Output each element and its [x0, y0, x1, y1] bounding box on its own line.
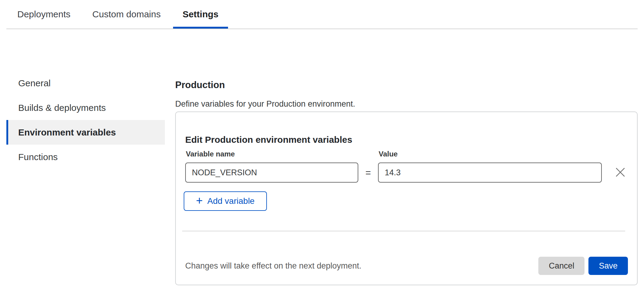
variable-value-input[interactable] — [378, 163, 602, 183]
variable-row: Variable name = Value — [185, 150, 626, 183]
card-footer: Changes will take effect on the next dep… — [185, 257, 628, 275]
sidebar-item-environment-variables[interactable]: Environment variables — [6, 120, 165, 145]
add-variable-label: Add variable — [207, 196, 255, 206]
plus-icon: + — [196, 195, 203, 206]
settings-page: Deployments Custom domains Settings Gene… — [0, 0, 644, 288]
sidebar-item-builds-deployments[interactable]: Builds & deployments — [6, 95, 165, 120]
tab-bar: Deployments Custom domains Settings — [6, 0, 638, 29]
add-variable-button[interactable]: + Add variable — [184, 191, 267, 211]
environment-variables-card: Edit Production environment variables Va… — [175, 111, 638, 285]
tab-settings[interactable]: Settings — [173, 0, 228, 29]
close-icon — [615, 166, 626, 178]
footer-note: Changes will take effect on the next dep… — [185, 261, 538, 271]
save-button[interactable]: Save — [588, 257, 628, 275]
value-label: Value — [379, 150, 602, 158]
tab-custom-domains[interactable]: Custom domains — [83, 0, 170, 29]
section-title: Production — [175, 80, 225, 91]
settings-sidebar: General Builds & deployments Environment… — [6, 71, 165, 169]
variable-value-field: Value — [378, 150, 602, 183]
card-title: Edit Production environment variables — [185, 135, 352, 145]
variable-name-label: Variable name — [186, 150, 358, 158]
equals-sign: = — [358, 163, 378, 183]
sidebar-item-general[interactable]: General — [6, 71, 165, 95]
tab-deployments[interactable]: Deployments — [8, 0, 80, 29]
cancel-button[interactable]: Cancel — [538, 257, 584, 275]
variable-name-field: Variable name — [185, 150, 358, 183]
variable-name-input[interactable] — [185, 163, 358, 183]
card-divider — [182, 231, 625, 231]
sidebar-item-functions[interactable]: Functions — [6, 145, 165, 169]
remove-variable-button[interactable] — [615, 166, 626, 178]
section-description: Define variables for your Production env… — [175, 99, 355, 109]
